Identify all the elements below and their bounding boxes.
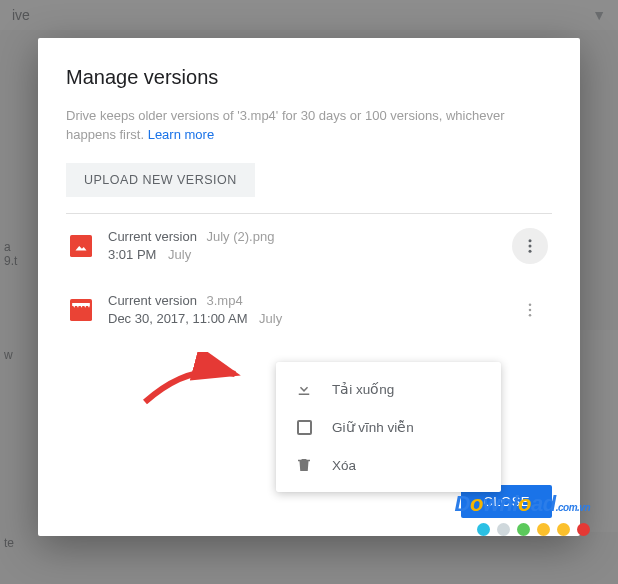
trash-icon (294, 455, 314, 475)
image-file-icon (70, 235, 92, 257)
more-vert-icon (521, 237, 539, 255)
dialog-description: Drive keeps older versions of '3.mp4' fo… (66, 107, 552, 145)
svg-point-5 (529, 303, 532, 306)
menu-item-delete[interactable]: Xóa (276, 446, 501, 484)
dialog-title: Manage versions (66, 66, 552, 89)
more-options-button[interactable] (512, 292, 548, 328)
svg-rect-4 (70, 299, 92, 321)
checkbox-icon (294, 417, 314, 437)
svg-point-2 (529, 244, 532, 247)
version-filename: 3.mp4 (207, 293, 243, 308)
svg-point-6 (529, 308, 532, 311)
version-label: Current version (108, 229, 197, 244)
version-info: Current version 3.mp4 Dec 30, 2017, 11:0… (108, 293, 496, 326)
menu-item-keep-forever[interactable]: Giữ vĩnh viễn (276, 408, 501, 446)
watermark-text: Download.com.vn (455, 491, 590, 517)
svg-rect-0 (70, 235, 92, 257)
version-author: July (259, 311, 282, 326)
version-info: Current version July (2).png 3:01 PM Jul… (108, 229, 496, 262)
menu-item-download[interactable]: Tải xuống (276, 370, 501, 408)
svg-point-3 (529, 249, 532, 252)
version-row: Current version July (2).png 3:01 PM Jul… (66, 214, 552, 278)
upload-new-version-button[interactable]: UPLOAD NEW VERSION (66, 163, 255, 197)
watermark-dots (455, 523, 590, 536)
version-row: Current version 3.mp4 Dec 30, 2017, 11:0… (66, 278, 552, 342)
menu-item-label: Tải xuống (332, 381, 394, 397)
version-time: Dec 30, 2017, 11:00 AM (108, 311, 247, 326)
version-time: 3:01 PM (108, 247, 156, 262)
menu-item-label: Xóa (332, 458, 356, 473)
more-options-button[interactable] (512, 228, 548, 264)
manage-versions-dialog: Manage versions Drive keeps older versio… (38, 38, 580, 536)
context-menu: Tải xuống Giữ vĩnh viễn Xóa (276, 362, 501, 492)
svg-point-1 (529, 239, 532, 242)
version-label: Current version (108, 293, 197, 308)
video-file-icon (70, 299, 92, 321)
version-author: July (168, 247, 191, 262)
menu-item-label: Giữ vĩnh viễn (332, 419, 414, 435)
more-vert-icon (521, 301, 539, 319)
watermark: Download.com.vn (455, 491, 590, 536)
svg-point-7 (529, 314, 532, 317)
version-filename: July (2).png (207, 229, 275, 244)
download-icon (294, 379, 314, 399)
learn-more-link[interactable]: Learn more (148, 127, 214, 142)
